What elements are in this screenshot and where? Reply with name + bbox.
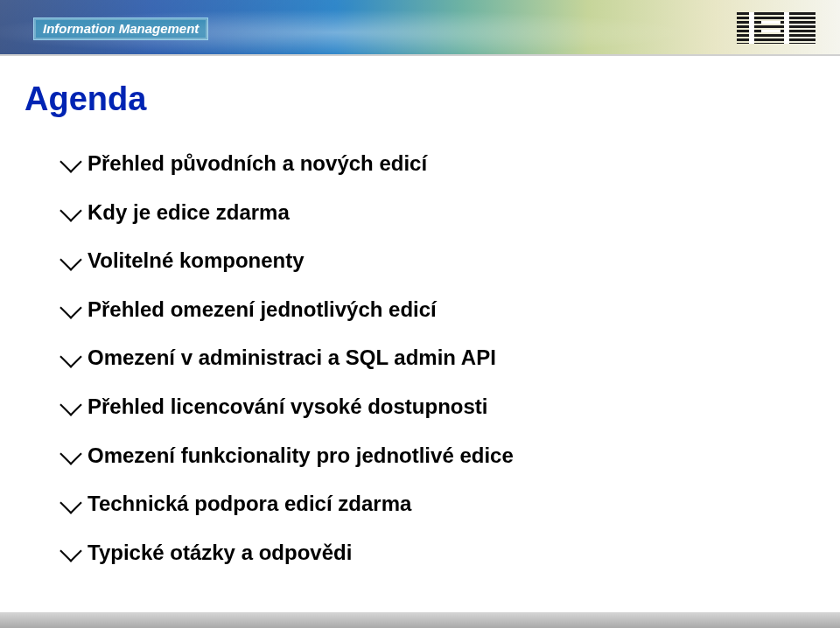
svg-rect-9	[784, 12, 789, 44]
list-item: Kdy je edice zdarma	[65, 200, 816, 225]
list-item: Omezení funkcionality pro jednotlivé edi…	[65, 443, 816, 468]
svg-rect-5	[737, 34, 816, 37]
svg-rect-1	[737, 17, 816, 19]
brand-label: Information Management	[43, 21, 199, 36]
list-item: Technická podpora edicí zdarma	[65, 492, 816, 516]
list-item: Přehled omezení jednotlivých edicí	[65, 297, 816, 322]
list-item: Volitelné komponenty	[65, 248, 816, 273]
svg-rect-6	[737, 38, 816, 41]
list-item: Typické otázky a odpovědi	[65, 541, 816, 565]
list-item: Omezení v administraci a SQL admin API	[65, 345, 816, 370]
slide-content: Agenda Přehled původních a nových edicí …	[0, 56, 840, 564]
svg-rect-7	[737, 43, 816, 44]
svg-rect-11	[761, 30, 780, 32]
svg-rect-8	[749, 12, 754, 44]
footer-bar	[0, 612, 840, 628]
ibm-logo-icon	[737, 12, 816, 44]
svg-rect-0	[737, 12, 816, 15]
list-item: Přehled licencování vysoké dostupnosti	[65, 394, 816, 419]
svg-rect-10	[761, 21, 780, 24]
slide-header: Information Management	[0, 0, 840, 56]
slide: Information Management	[0, 0, 840, 628]
svg-rect-3	[737, 25, 816, 28]
bullet-list: Přehled původních a nových edicí Kdy je …	[24, 151, 816, 564]
page-title: Agenda	[24, 80, 816, 118]
list-item: Přehled původních a nových edicí	[65, 151, 816, 176]
brand-badge: Information Management	[33, 17, 208, 40]
